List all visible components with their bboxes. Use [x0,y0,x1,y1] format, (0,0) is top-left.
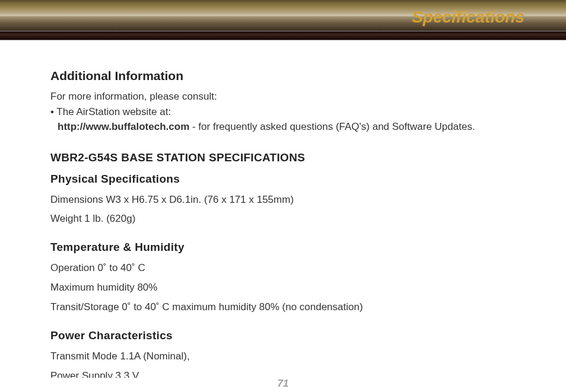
weight-line: Weight 1 lb. (620g) [50,211,516,228]
main-spec-heading: WBR2-G54S BASE STATION SPECIFICATIONS [50,151,516,164]
website-link[interactable]: http://www.buffalotech.com [58,121,189,132]
page-header-title: Specifications [412,8,524,27]
link-suffix: - for frequently asked questions (FAQ's)… [189,121,475,132]
temp-humidity-heading: Temperature & Humidity [50,241,516,254]
additional-info-link-line: http://www.buffalotech.com - for frequen… [58,119,516,135]
power-heading: Power Characteristics [50,329,516,342]
header-bar-bottom [0,31,566,40]
page-number: 71 [273,378,294,390]
transmit-line: Transmit Mode 1.1A (Nominal), [50,348,516,365]
additional-info-bullet: • The AirStation website at: [50,104,516,120]
transit-line: Transit/Storage 0˚ to 40˚ C maximum humi… [50,299,516,316]
physical-spec-heading: Physical Specifications [50,173,516,186]
content-area: Additional Information For more informat… [0,40,566,385]
additional-info-heading: Additional Information [50,69,516,83]
additional-info-intro: For more information, please consult: [50,89,516,104]
max-humidity-line: Maximum humidity 80% [50,279,516,297]
header-band: Specifications [0,0,566,31]
operation-line: Operation 0˚ to 40˚ C [50,260,516,277]
dimensions-line: Dimensions W3 x H6.75 x D6.1in. (76 x 17… [50,192,516,209]
page-number-container: 71 [0,378,566,390]
